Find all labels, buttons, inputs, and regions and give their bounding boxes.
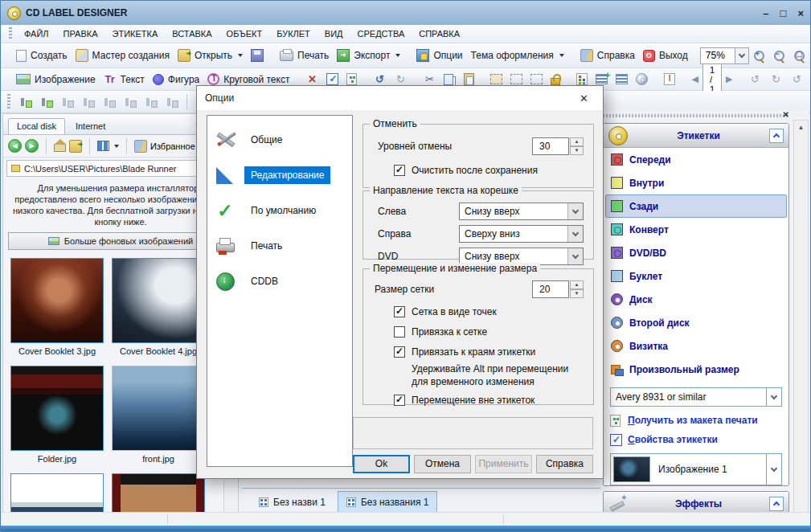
folder-up-button[interactable] bbox=[69, 140, 82, 153]
rotate-right-button[interactable]: ↻ bbox=[765, 72, 786, 88]
help-button[interactable]: Справка bbox=[536, 455, 593, 473]
zoom-out-button[interactable]: − bbox=[769, 48, 789, 63]
help-button[interactable]: Справка bbox=[576, 47, 639, 63]
track-list-button[interactable] bbox=[612, 72, 632, 86]
menu-object[interactable]: ОБЪЕКТ bbox=[219, 25, 270, 43]
label-item-booklet[interactable]: Буклет bbox=[605, 264, 787, 288]
group-button[interactable] bbox=[506, 72, 526, 86]
document-tab-1[interactable]: Без назви 1 bbox=[250, 491, 334, 514]
spin-down-icon[interactable]: ▼ bbox=[570, 146, 584, 155]
menu-help[interactable]: СПРАВКА bbox=[412, 25, 467, 43]
label-item-inside[interactable]: Внутри bbox=[605, 171, 787, 194]
align-bottom-button[interactable] bbox=[120, 95, 141, 109]
get-from-print-layout-link[interactable]: Получить из макета печати bbox=[628, 415, 782, 426]
file-thumbnail[interactable]: Cover Booklet 4.jpg bbox=[112, 258, 205, 356]
back-button[interactable]: ◀ bbox=[8, 139, 22, 153]
menu-edit[interactable]: ПРАВКА bbox=[56, 25, 105, 43]
dock-drag-handle[interactable] bbox=[603, 114, 788, 117]
dock-close-icon[interactable]: ✕ bbox=[783, 110, 789, 119]
wizard-button[interactable]: Мастер создания bbox=[72, 47, 174, 63]
spin-up-icon[interactable]: ▲ bbox=[570, 137, 584, 146]
copy-button[interactable] bbox=[440, 72, 460, 87]
cancel-button[interactable]: Отмена bbox=[414, 455, 471, 473]
new-button[interactable]: Создать bbox=[12, 48, 72, 63]
flip-vertical-button[interactable]: ↻ bbox=[807, 72, 811, 88]
scroll-up-icon[interactable]: ▲ bbox=[794, 121, 808, 134]
dropdown-button[interactable] bbox=[567, 203, 583, 219]
label-item-second-disc[interactable]: Второй диск bbox=[605, 311, 787, 334]
spin-down-icon[interactable]: ▼ bbox=[570, 289, 584, 298]
zoom-dropdown-button[interactable] bbox=[735, 48, 748, 63]
dropdown-button[interactable] bbox=[567, 248, 583, 264]
menu-insert[interactable]: ВСТАВКА bbox=[165, 25, 219, 43]
object-selector[interactable]: Изображение 1 bbox=[610, 453, 782, 485]
select-tool-button[interactable] bbox=[486, 72, 506, 86]
save-button[interactable] bbox=[247, 47, 268, 63]
flip-horizontal-button[interactable]: ↺ bbox=[786, 72, 807, 88]
collapse-button[interactable] bbox=[769, 497, 784, 511]
exit-button[interactable]: OВыход bbox=[639, 48, 692, 63]
spine-left-combobox[interactable]: Снизу вверх bbox=[459, 203, 584, 220]
undo-levels-spinner[interactable]: 30 ▲▼ bbox=[532, 137, 584, 155]
tab-local-disk[interactable]: Local disk bbox=[8, 118, 65, 134]
same-width-button[interactable] bbox=[141, 95, 162, 109]
forward-button[interactable]: ▶ bbox=[25, 139, 39, 153]
label-item-front[interactable]: Спереди bbox=[605, 148, 787, 171]
move-outside-checkbox[interactable] bbox=[394, 395, 405, 406]
insert-image-button[interactable]: Изображение bbox=[12, 72, 100, 87]
menu-view[interactable]: ВИД bbox=[317, 25, 350, 43]
export-button[interactable]: Экспорт bbox=[333, 47, 404, 63]
theme-button[interactable]: Тема оформления bbox=[467, 48, 568, 63]
maximize-button[interactable]: □ bbox=[780, 7, 787, 19]
label-item-dvdbd[interactable]: DVD/BD bbox=[605, 241, 787, 264]
zoom-selection-button[interactable]: ⬚ bbox=[789, 48, 809, 63]
center-vertical-button[interactable] bbox=[36, 95, 57, 109]
insert-text-button[interactable]: TrТекст bbox=[100, 72, 149, 88]
label-item-back[interactable]: Сзади bbox=[605, 194, 787, 218]
menu-label[interactable]: ЭТИКЕТКА bbox=[105, 25, 166, 43]
center-horizontal-button[interactable] bbox=[15, 95, 36, 109]
label-properties-link[interactable]: Свойства этикетки bbox=[628, 434, 782, 445]
dropdown-button[interactable] bbox=[567, 226, 583, 242]
minimize-button[interactable]: – bbox=[763, 7, 768, 19]
category-general[interactable]: Общие bbox=[207, 122, 352, 158]
menu-tools[interactable]: СРЕДСТВА bbox=[350, 25, 412, 43]
zoom-in-button[interactable]: + bbox=[749, 48, 769, 63]
clear-after-save-checkbox[interactable] bbox=[394, 165, 405, 176]
favorites-label[interactable]: Избранное bbox=[150, 141, 195, 151]
category-print[interactable]: Печать bbox=[207, 228, 352, 264]
align-right-button[interactable] bbox=[78, 95, 99, 109]
print-button[interactable]: Печать bbox=[276, 48, 333, 63]
paper-stock-combobox[interactable]: Avery 8931 or similar bbox=[610, 387, 782, 407]
text-cursor-button[interactable] bbox=[660, 72, 679, 87]
category-editing[interactable]: Редактирование bbox=[207, 158, 352, 193]
view-mode-button[interactable] bbox=[97, 141, 109, 151]
add-track-button[interactable] bbox=[592, 72, 612, 86]
rotate-left-button[interactable]: ↺ bbox=[744, 72, 765, 88]
spine-right-combobox[interactable]: Сверху вниз bbox=[459, 225, 584, 243]
align-top-button[interactable] bbox=[99, 95, 120, 109]
dialog-close-icon[interactable]: ✕ bbox=[573, 91, 595, 106]
zoom-combobox[interactable]: 75% bbox=[700, 47, 749, 64]
options-button[interactable]: Опции bbox=[412, 47, 466, 63]
file-thumbnail[interactable]: Folder.jpg bbox=[10, 366, 104, 464]
grid-dots-checkbox[interactable] bbox=[394, 306, 405, 317]
ok-button[interactable]: Ok bbox=[353, 455, 410, 473]
collapse-button[interactable] bbox=[769, 129, 784, 143]
ungroup-button[interactable] bbox=[526, 72, 547, 86]
document-tab-2[interactable]: Без названия 1 bbox=[338, 491, 438, 514]
snap-to-edges-checkbox[interactable] bbox=[394, 346, 405, 358]
menu-file[interactable]: ФАЙЛ bbox=[17, 25, 56, 43]
open-button[interactable]: Открыть bbox=[174, 47, 247, 63]
category-defaults[interactable]: ✓ По умолчанию bbox=[207, 193, 352, 228]
label-item-custom-size[interactable]: Произвольный размер bbox=[605, 358, 787, 381]
category-cddb[interactable]: CDDB bbox=[207, 264, 352, 299]
dock-scrollbar[interactable]: ▲ ▼ bbox=[793, 120, 809, 522]
file-thumbnail[interactable]: front.jpg bbox=[112, 366, 205, 464]
read-cd-button[interactable] bbox=[632, 72, 652, 87]
grid-size-spinner[interactable]: 20 ▲▼ bbox=[532, 280, 584, 298]
align-left-button[interactable] bbox=[57, 95, 78, 109]
apply-button[interactable]: Применить bbox=[475, 455, 532, 473]
dropdown-button[interactable] bbox=[766, 454, 781, 485]
labels-panel-header[interactable]: Этикетки bbox=[604, 124, 788, 148]
